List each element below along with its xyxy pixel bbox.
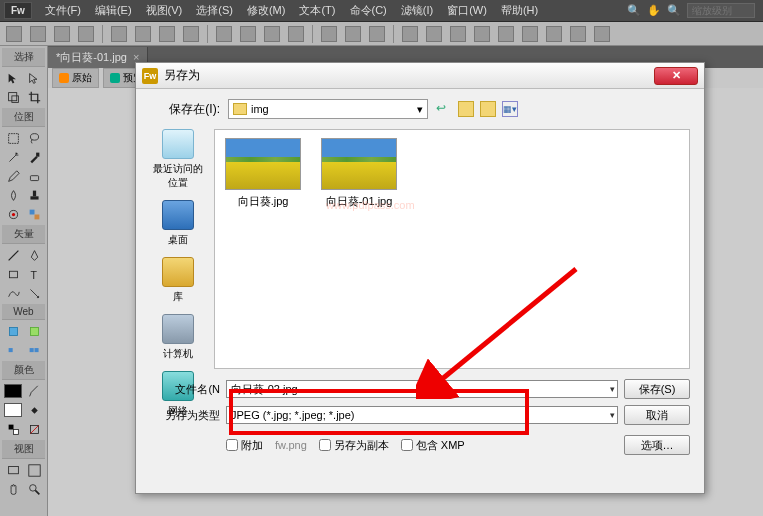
toolbar-btn[interactable]: [183, 26, 199, 42]
menu-command[interactable]: 命令(C): [343, 3, 394, 18]
menu-file[interactable]: 文件(F): [38, 3, 88, 18]
zoom-tool-icon[interactable]: [24, 480, 44, 498]
app-icon: Fw: [142, 68, 158, 84]
place-recent[interactable]: 最近访问的位置: [150, 129, 206, 190]
dialog-titlebar[interactable]: Fw 另存为 ✕: [136, 63, 704, 89]
toolbar-btn[interactable]: [522, 26, 538, 42]
hide-tool[interactable]: [3, 341, 23, 359]
knife-tool[interactable]: [24, 284, 44, 302]
toolbar-btn[interactable]: [111, 26, 127, 42]
file-name: 向日葵.jpg: [223, 194, 303, 209]
menu-window[interactable]: 窗口(W): [440, 3, 494, 18]
line-tool[interactable]: [3, 246, 23, 264]
eraser-tool[interactable]: [24, 167, 44, 185]
stroke-color[interactable]: [3, 382, 23, 400]
toolbar-btn[interactable]: [369, 26, 385, 42]
pointer-tool[interactable]: [3, 69, 23, 87]
file-item[interactable]: 向日葵.jpg: [223, 138, 303, 209]
blur-tool[interactable]: [3, 186, 23, 204]
toolbar-btn[interactable]: [498, 26, 514, 42]
toolbar-btn[interactable]: [240, 26, 256, 42]
hand-tool-icon[interactable]: [3, 480, 23, 498]
back-icon[interactable]: ↩: [436, 101, 452, 117]
menu-edit[interactable]: 编辑(E): [88, 3, 139, 18]
svg-rect-21: [8, 424, 13, 429]
redeye-tool[interactable]: [3, 205, 23, 223]
filename-input[interactable]: 向日葵-02.jpg▾: [226, 380, 618, 398]
view-menu-icon[interactable]: ▦▾: [502, 101, 518, 117]
document-tab[interactable]: *向日葵-01.jpg ×: [48, 47, 148, 68]
toolbar-btn[interactable]: [474, 26, 490, 42]
new-folder-icon[interactable]: [480, 101, 496, 117]
fill-color[interactable]: [3, 401, 23, 419]
freeform-tool[interactable]: [3, 284, 23, 302]
swap-color-icon[interactable]: [3, 420, 23, 438]
scale-tool[interactable]: [3, 88, 23, 106]
options-button[interactable]: 选项…: [624, 435, 690, 455]
crop-tool[interactable]: [24, 88, 44, 106]
window-close-button[interactable]: ✕: [654, 67, 698, 85]
default-color-icon[interactable]: [24, 420, 44, 438]
hand-icon[interactable]: ✋: [647, 4, 661, 18]
text-tool[interactable]: T: [24, 265, 44, 283]
pen-tool[interactable]: [24, 246, 44, 264]
toolbar-btn[interactable]: [288, 26, 304, 42]
place-library[interactable]: 库: [150, 257, 206, 304]
toolbar-btn[interactable]: [570, 26, 586, 42]
menu-modify[interactable]: 修改(M): [240, 3, 293, 18]
screen-full-tool[interactable]: [24, 461, 44, 479]
screen-normal-tool[interactable]: [3, 461, 23, 479]
save-copy-checkbox[interactable]: 另存为副本: [319, 438, 389, 453]
attach-checkbox[interactable]: 附加: [226, 438, 263, 453]
toolbar-btn[interactable]: [54, 26, 70, 42]
hotspot-tool[interactable]: [3, 322, 23, 340]
toolbar-btn[interactable]: [402, 26, 418, 42]
place-computer[interactable]: 计算机: [150, 314, 206, 361]
toolbar-btn[interactable]: [264, 26, 280, 42]
places-bar: 最近访问的位置 桌面 库 计算机 网络: [150, 129, 206, 369]
zoom-icon[interactable]: 🔍: [667, 4, 681, 18]
menu-view[interactable]: 视图(V): [139, 3, 190, 18]
toolbar-btn[interactable]: [345, 26, 361, 42]
toolbar-btn[interactable]: [216, 26, 232, 42]
toolbar-btn[interactable]: [135, 26, 151, 42]
slice-tool[interactable]: [24, 322, 44, 340]
show-tool[interactable]: [24, 341, 44, 359]
file-list[interactable]: 向日葵.jpg 向日葵-01.jpg www.pdfpass.com: [214, 129, 690, 369]
save-in-combo[interactable]: img ▾: [228, 99, 428, 119]
toolbar-btn[interactable]: [30, 26, 46, 42]
search-icon[interactable]: 🔍: [627, 4, 641, 18]
filetype-select[interactable]: JPEG (*.jpg; *.jpeg; *.jpe)▾: [226, 406, 618, 424]
toolbar-btn[interactable]: [594, 26, 610, 42]
include-xmp-checkbox[interactable]: 包含 XMP: [401, 438, 465, 453]
save-button[interactable]: 保存(S): [624, 379, 690, 399]
wand-tool[interactable]: [3, 148, 23, 166]
toolbar-btn[interactable]: [546, 26, 562, 42]
subtab-original[interactable]: 原始: [52, 68, 99, 88]
toolbar-btn[interactable]: [426, 26, 442, 42]
chevron-down-icon: ▾: [610, 384, 615, 394]
cancel-button[interactable]: 取消: [624, 405, 690, 425]
toolbar-btn[interactable]: [321, 26, 337, 42]
subselect-tool[interactable]: [24, 69, 44, 87]
pencil-tool[interactable]: [3, 167, 23, 185]
fill-bucket-icon[interactable]: [24, 401, 44, 419]
stroke-picker-icon[interactable]: [24, 382, 44, 400]
rect-tool[interactable]: [3, 265, 23, 283]
menu-text[interactable]: 文本(T): [292, 3, 342, 18]
menu-filter[interactable]: 滤镜(I): [394, 3, 440, 18]
stamp-tool[interactable]: [24, 186, 44, 204]
toolbar-btn[interactable]: [6, 26, 22, 42]
toolbar-btn[interactable]: [78, 26, 94, 42]
zoom-level-input[interactable]: [687, 3, 755, 18]
toolbar-btn[interactable]: [450, 26, 466, 42]
menu-help[interactable]: 帮助(H): [494, 3, 545, 18]
brush-tool[interactable]: [24, 148, 44, 166]
lasso-tool[interactable]: [24, 129, 44, 147]
up-icon[interactable]: [458, 101, 474, 117]
marquee-tool[interactable]: [3, 129, 23, 147]
place-desktop[interactable]: 桌面: [150, 200, 206, 247]
toolbar-btn[interactable]: [159, 26, 175, 42]
replace-color-tool[interactable]: [24, 205, 44, 223]
menu-select[interactable]: 选择(S): [189, 3, 240, 18]
